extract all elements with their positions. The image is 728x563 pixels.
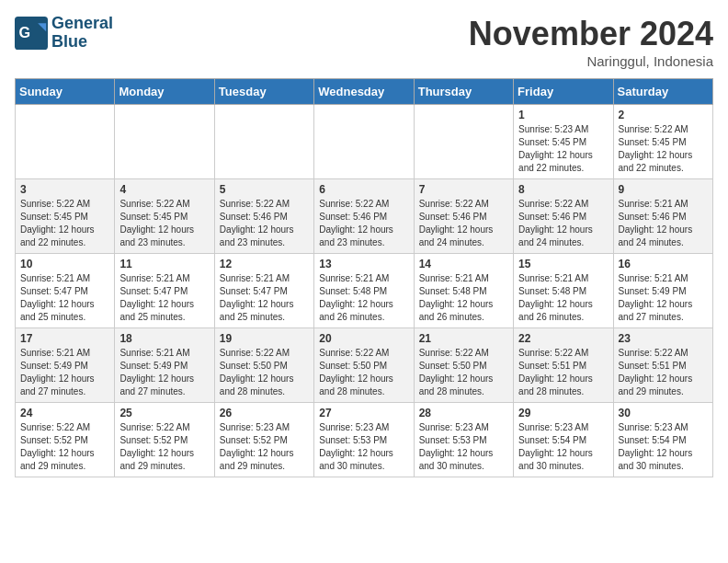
day-number: 25 xyxy=(119,407,209,419)
day-info: Sunrise: 5:21 AM Sunset: 5:48 PM Dayligh… xyxy=(419,272,508,324)
day-header-saturday: Saturday xyxy=(613,79,712,105)
calendar-cell: 24Sunrise: 5:22 AM Sunset: 5:52 PM Dayli… xyxy=(16,403,115,477)
day-number: 2 xyxy=(619,109,708,121)
calendar-cell: 9Sunrise: 5:21 AM Sunset: 5:46 PM Daylig… xyxy=(613,179,712,254)
week-row-3: 10Sunrise: 5:21 AM Sunset: 5:47 PM Dayli… xyxy=(16,254,713,328)
day-number: 19 xyxy=(220,332,309,345)
day-number: 17 xyxy=(20,332,109,345)
title-block: November 2024 Naringgul, Indonesia xyxy=(469,15,713,69)
calendar-cell: 29Sunrise: 5:23 AM Sunset: 5:54 PM Dayli… xyxy=(514,403,613,477)
day-info: Sunrise: 5:22 AM Sunset: 5:46 PM Dayligh… xyxy=(518,198,608,249)
day-info: Sunrise: 5:21 AM Sunset: 5:46 PM Dayligh… xyxy=(619,198,708,249)
day-info: Sunrise: 5:23 AM Sunset: 5:53 PM Dayligh… xyxy=(319,421,408,473)
calendar-cell: 20Sunrise: 5:22 AM Sunset: 5:50 PM Dayli… xyxy=(314,328,414,403)
day-info: Sunrise: 5:22 AM Sunset: 5:50 PM Dayligh… xyxy=(419,347,508,398)
calendar-cell: 3Sunrise: 5:22 AM Sunset: 5:45 PM Daylig… xyxy=(16,179,115,254)
day-number: 3 xyxy=(20,183,109,196)
day-info: Sunrise: 5:22 AM Sunset: 5:45 PM Dayligh… xyxy=(20,198,109,249)
day-header-tuesday: Tuesday xyxy=(214,79,313,105)
day-number: 13 xyxy=(319,258,408,270)
day-info: Sunrise: 5:21 AM Sunset: 5:49 PM Dayligh… xyxy=(20,347,109,398)
day-info: Sunrise: 5:22 AM Sunset: 5:46 PM Dayligh… xyxy=(319,198,408,249)
logo-icon: G xyxy=(15,17,48,50)
day-number: 23 xyxy=(619,332,708,345)
calendar-cell xyxy=(414,105,513,179)
day-number: 11 xyxy=(119,258,209,270)
day-info: Sunrise: 5:23 AM Sunset: 5:52 PM Dayligh… xyxy=(220,421,309,473)
day-number: 1 xyxy=(518,109,608,121)
day-info: Sunrise: 5:21 AM Sunset: 5:48 PM Dayligh… xyxy=(319,272,408,324)
day-number: 9 xyxy=(619,183,708,196)
page-header: G General Blue November 2024 Naringgul, … xyxy=(15,15,713,69)
day-info: Sunrise: 5:22 AM Sunset: 5:46 PM Dayligh… xyxy=(220,198,309,249)
calendar-cell: 17Sunrise: 5:21 AM Sunset: 5:49 PM Dayli… xyxy=(16,328,115,403)
day-number: 7 xyxy=(419,183,508,196)
day-info: Sunrise: 5:21 AM Sunset: 5:49 PM Dayligh… xyxy=(619,272,708,324)
day-number: 26 xyxy=(220,407,309,419)
calendar-cell: 11Sunrise: 5:21 AM Sunset: 5:47 PM Dayli… xyxy=(115,254,214,328)
day-number: 5 xyxy=(220,183,309,196)
day-info: Sunrise: 5:21 AM Sunset: 5:47 PM Dayligh… xyxy=(220,272,309,324)
calendar-cell: 27Sunrise: 5:23 AM Sunset: 5:53 PM Dayli… xyxy=(314,403,414,477)
day-number: 4 xyxy=(119,183,209,196)
logo: G General Blue xyxy=(15,15,113,52)
calendar-cell: 14Sunrise: 5:21 AM Sunset: 5:48 PM Dayli… xyxy=(414,254,513,328)
calendar-cell: 2Sunrise: 5:22 AM Sunset: 5:45 PM Daylig… xyxy=(613,105,712,179)
calendar-cell: 7Sunrise: 5:22 AM Sunset: 5:46 PM Daylig… xyxy=(414,179,513,254)
week-row-2: 3Sunrise: 5:22 AM Sunset: 5:45 PM Daylig… xyxy=(16,179,713,254)
day-info: Sunrise: 5:22 AM Sunset: 5:46 PM Dayligh… xyxy=(419,198,508,249)
week-row-1: 1Sunrise: 5:23 AM Sunset: 5:45 PM Daylig… xyxy=(16,105,713,179)
calendar-cell: 1Sunrise: 5:23 AM Sunset: 5:45 PM Daylig… xyxy=(514,105,613,179)
day-number: 29 xyxy=(518,407,608,419)
calendar-cell: 15Sunrise: 5:21 AM Sunset: 5:48 PM Dayli… xyxy=(514,254,613,328)
calendar-cell: 25Sunrise: 5:22 AM Sunset: 5:52 PM Dayli… xyxy=(115,403,214,477)
calendar-cell: 22Sunrise: 5:22 AM Sunset: 5:51 PM Dayli… xyxy=(514,328,613,403)
calendar-table: SundayMondayTuesdayWednesdayThursdayFrid… xyxy=(15,78,713,477)
day-info: Sunrise: 5:22 AM Sunset: 5:50 PM Dayligh… xyxy=(319,347,408,398)
calendar-cell: 23Sunrise: 5:22 AM Sunset: 5:51 PM Dayli… xyxy=(613,328,712,403)
calendar-cell: 4Sunrise: 5:22 AM Sunset: 5:45 PM Daylig… xyxy=(115,179,214,254)
calendar-cell: 8Sunrise: 5:22 AM Sunset: 5:46 PM Daylig… xyxy=(514,179,613,254)
week-row-5: 24Sunrise: 5:22 AM Sunset: 5:52 PM Dayli… xyxy=(16,403,713,477)
day-header-monday: Monday xyxy=(115,79,214,105)
day-header-thursday: Thursday xyxy=(414,79,513,105)
day-number: 27 xyxy=(319,407,408,419)
logo-line1: General xyxy=(51,15,113,33)
calendar-cell xyxy=(115,105,214,179)
day-info: Sunrise: 5:23 AM Sunset: 5:54 PM Dayligh… xyxy=(518,421,608,473)
day-number: 22 xyxy=(518,332,608,345)
calendar-cell: 19Sunrise: 5:22 AM Sunset: 5:50 PM Dayli… xyxy=(214,328,313,403)
day-header-friday: Friday xyxy=(514,79,613,105)
day-info: Sunrise: 5:22 AM Sunset: 5:51 PM Dayligh… xyxy=(518,347,608,398)
day-info: Sunrise: 5:21 AM Sunset: 5:48 PM Dayligh… xyxy=(518,272,608,324)
calendar-cell: 16Sunrise: 5:21 AM Sunset: 5:49 PM Dayli… xyxy=(613,254,712,328)
day-number: 28 xyxy=(419,407,508,419)
calendar-cell: 18Sunrise: 5:21 AM Sunset: 5:49 PM Dayli… xyxy=(115,328,214,403)
day-info: Sunrise: 5:22 AM Sunset: 5:45 PM Dayligh… xyxy=(119,198,209,249)
calendar-cell xyxy=(16,105,115,179)
calendar-cell: 13Sunrise: 5:21 AM Sunset: 5:48 PM Dayli… xyxy=(314,254,414,328)
calendar-cell: 6Sunrise: 5:22 AM Sunset: 5:46 PM Daylig… xyxy=(314,179,414,254)
location-subtitle: Naringgul, Indonesia xyxy=(469,53,713,69)
calendar-cell: 28Sunrise: 5:23 AM Sunset: 5:53 PM Dayli… xyxy=(414,403,513,477)
day-header-sunday: Sunday xyxy=(16,79,115,105)
day-info: Sunrise: 5:22 AM Sunset: 5:50 PM Dayligh… xyxy=(220,347,309,398)
calendar-cell: 21Sunrise: 5:22 AM Sunset: 5:50 PM Dayli… xyxy=(414,328,513,403)
calendar-cell xyxy=(214,105,313,179)
day-number: 16 xyxy=(619,258,708,270)
calendar-cell: 5Sunrise: 5:22 AM Sunset: 5:46 PM Daylig… xyxy=(214,179,313,254)
day-info: Sunrise: 5:22 AM Sunset: 5:52 PM Dayligh… xyxy=(20,421,109,473)
day-info: Sunrise: 5:22 AM Sunset: 5:51 PM Dayligh… xyxy=(619,347,708,398)
day-number: 15 xyxy=(518,258,608,270)
day-number: 20 xyxy=(319,332,408,345)
day-number: 8 xyxy=(518,183,608,196)
calendar-cell: 12Sunrise: 5:21 AM Sunset: 5:47 PM Dayli… xyxy=(214,254,313,328)
day-info: Sunrise: 5:22 AM Sunset: 5:52 PM Dayligh… xyxy=(119,421,209,473)
day-number: 21 xyxy=(419,332,508,345)
svg-text:G: G xyxy=(19,24,31,40)
day-number: 24 xyxy=(20,407,109,419)
month-title: November 2024 xyxy=(469,15,713,53)
day-info: Sunrise: 5:22 AM Sunset: 5:45 PM Dayligh… xyxy=(619,123,708,175)
day-info: Sunrise: 5:23 AM Sunset: 5:53 PM Dayligh… xyxy=(419,421,508,473)
day-info: Sunrise: 5:21 AM Sunset: 5:49 PM Dayligh… xyxy=(119,347,209,398)
